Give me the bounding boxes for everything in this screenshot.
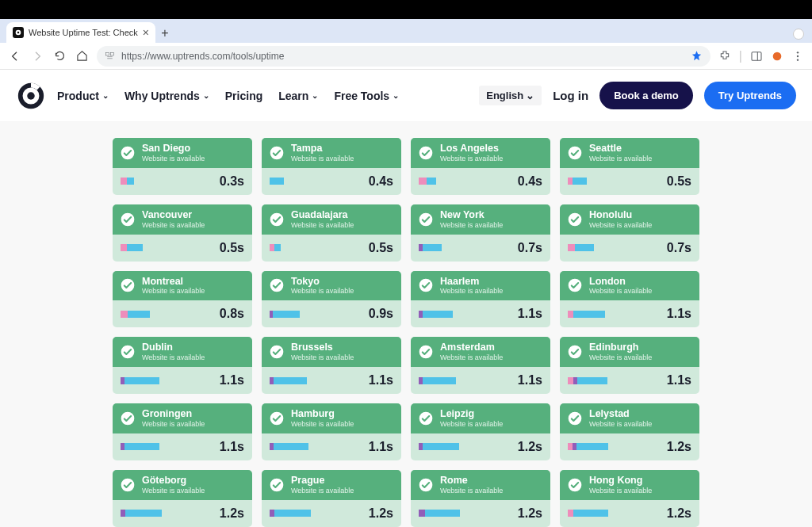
bookmark-star-icon[interactable]	[691, 50, 703, 62]
location-card[interactable]: San Diego Website is available 0.3s	[113, 138, 252, 195]
timing-bar	[568, 311, 615, 318]
timing-bar	[419, 443, 466, 450]
card-metrics: 1.1s	[262, 367, 401, 394]
location-card[interactable]: Prague Website is available 1.2s	[262, 470, 401, 527]
check-circle-icon	[120, 145, 136, 161]
response-time: 0.5s	[369, 241, 393, 255]
response-time: 1.2s	[667, 506, 691, 521]
location-card[interactable]: Edinburgh Website is available 1.1s	[560, 337, 699, 394]
timing-bar	[121, 510, 168, 517]
timing-bar-segment	[575, 244, 594, 251]
location-card[interactable]: Guadalajara Website is available 0.5s	[262, 204, 401, 262]
nav-product[interactable]: Product⌄	[57, 90, 109, 102]
card-header: Vancouver Website is available	[113, 204, 252, 235]
location-status: Website is available	[291, 288, 354, 295]
location-card[interactable]: Hamburg Website is available 1.1s	[262, 403, 401, 460]
card-metrics: 1.1s	[113, 433, 252, 460]
location-name: Vancouver	[142, 210, 205, 221]
timing-bar	[568, 178, 615, 185]
browser-tab[interactable]: Website Uptime Test: Check ×	[6, 22, 155, 43]
timing-bar	[270, 244, 317, 251]
location-status: Website is available	[589, 155, 652, 162]
site-logo[interactable]	[16, 81, 46, 111]
home-button[interactable]	[75, 49, 89, 63]
reload-button[interactable]	[52, 49, 67, 63]
location-card[interactable]: Seattle Website is available 0.5s	[560, 138, 699, 195]
location-card[interactable]: Amsterdam Website is available 1.1s	[411, 337, 550, 394]
location-card[interactable]: Haarlem Website is available 1.1s	[411, 271, 550, 328]
location-card[interactable]: London Website is available 1.1s	[560, 271, 699, 328]
nav-learn[interactable]: Learn⌄	[278, 90, 318, 102]
location-card[interactable]: Göteborg Website is available 1.2s	[113, 470, 252, 527]
browser-menu-icon[interactable]	[791, 50, 804, 63]
location-card[interactable]: Rome Website is available 1.2s	[411, 470, 550, 527]
location-name: Amsterdam	[440, 342, 503, 353]
location-card[interactable]: Tokyo Website is available 0.9s	[262, 271, 401, 328]
response-time: 0.7s	[518, 241, 542, 255]
response-time: 0.5s	[667, 174, 691, 189]
check-circle-icon	[269, 411, 285, 426]
location-card[interactable]: Honolulu Website is available 0.7s	[560, 204, 699, 262]
timing-bar-segment	[273, 311, 300, 318]
card-header: Guadalajara Website is available	[262, 204, 401, 235]
location-status: Website is available	[142, 155, 205, 162]
results-content: San Diego Website is available 0.3s Tamp…	[0, 122, 812, 527]
location-card[interactable]: Leipzig Website is available 1.2s	[411, 403, 550, 460]
profile-icon[interactable]	[771, 50, 783, 63]
location-card[interactable]: Brussels Website is available 1.1s	[262, 337, 401, 394]
check-circle-icon	[418, 411, 434, 426]
location-card[interactable]: New York Website is available 0.7s	[411, 204, 550, 262]
nav-free-tools[interactable]: Free Tools⌄	[334, 90, 399, 102]
site-settings-icon[interactable]	[105, 51, 115, 61]
response-time: 1.2s	[220, 506, 244, 521]
timing-bar	[270, 443, 317, 450]
location-card[interactable]: Montreal Website is available 0.8s	[113, 271, 252, 328]
location-card[interactable]: Hong Kong Website is available 1.2s	[560, 470, 699, 527]
timing-bar	[121, 178, 168, 185]
svg-rect-2	[106, 53, 109, 55]
location-name: Seattle	[589, 143, 652, 155]
side-panel-icon[interactable]	[750, 50, 763, 63]
location-card[interactable]: Groningen Website is available 1.1s	[113, 403, 252, 460]
card-metrics: 1.2s	[113, 500, 252, 527]
back-button[interactable]	[8, 49, 22, 63]
response-time: 1.2s	[518, 440, 542, 454]
location-card[interactable]: Lelystad Website is available 1.2s	[560, 403, 699, 460]
card-metrics: 0.5s	[262, 235, 401, 262]
book-demo-button[interactable]: Book a demo	[599, 82, 693, 109]
timing-bar	[568, 244, 615, 251]
location-card[interactable]: Dublin Website is available 1.1s	[113, 337, 252, 394]
timing-bar-segment	[274, 443, 308, 450]
card-header: Edinburgh Website is available	[560, 337, 699, 367]
nav-pricing[interactable]: Pricing	[225, 90, 262, 102]
chevron-down-icon: ⌄	[526, 90, 534, 101]
location-status: Website is available	[142, 487, 205, 495]
location-card[interactable]: Vancouver Website is available 0.5s	[113, 204, 252, 262]
nav-why-uptrends[interactable]: Why Uptrends⌄	[124, 90, 209, 102]
new-tab-button[interactable]: +	[155, 24, 174, 43]
card-metrics: 0.7s	[560, 235, 699, 262]
timing-bar-segment	[124, 443, 159, 450]
location-status: Website is available	[291, 155, 354, 162]
url-bar[interactable]: https://www.uptrends.com/tools/uptime	[97, 46, 710, 67]
card-header: Leipzig Website is available	[411, 403, 550, 433]
location-name: Los Angeles	[440, 143, 503, 155]
response-time: 0.7s	[667, 241, 691, 255]
response-time: 0.4s	[518, 174, 542, 189]
forward-button[interactable]	[30, 49, 44, 63]
language-selector[interactable]: English⌄	[479, 86, 542, 105]
timing-bar-segment	[423, 443, 459, 450]
check-circle-icon	[120, 277, 136, 293]
location-name: Prague	[291, 475, 354, 487]
response-time: 1.1s	[369, 440, 393, 454]
try-uptrends-button[interactable]: Try Uptrends	[704, 82, 796, 109]
location-name: Groningen	[142, 409, 205, 420]
timing-bar-segment	[573, 510, 608, 517]
login-link[interactable]: Log in	[553, 89, 588, 102]
tab-overflow-button[interactable]	[793, 29, 804, 40]
location-card[interactable]: Tampa Website is available 0.4s	[262, 138, 401, 195]
location-card[interactable]: Los Angeles Website is available 0.4s	[411, 138, 550, 195]
svg-point-10	[27, 92, 35, 100]
close-tab-icon[interactable]: ×	[143, 26, 149, 39]
extensions-icon[interactable]	[718, 50, 731, 63]
